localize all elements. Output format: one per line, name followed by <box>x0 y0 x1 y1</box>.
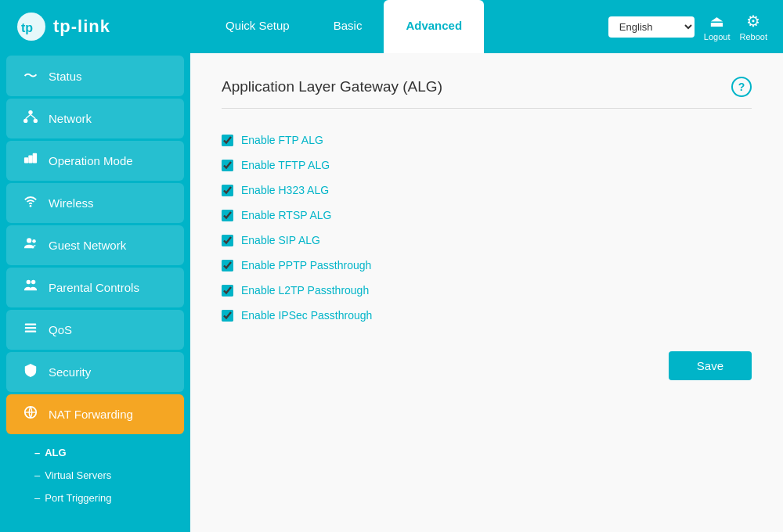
svg-point-2 <box>28 110 32 114</box>
tab-quick-setup[interactable]: Quick Setup <box>204 0 312 53</box>
svg-point-10 <box>30 205 32 207</box>
language-select[interactable]: English <box>608 16 695 38</box>
sidebar-item-status[interactable]: 〜 Status <box>6 56 184 96</box>
alg-option-l2tp: Enable L2TP Passthrough <box>222 278 752 303</box>
submenu-dash-vs: – <box>34 469 40 481</box>
reboot-label: Reboot <box>740 32 767 41</box>
alg-option-pptp: Enable PPTP Passthrough <box>222 253 752 278</box>
sidebar-label-nat-forwarding: NAT Forwarding <box>49 408 133 421</box>
nav-tabs: Quick Setup Basic Advanced <box>204 0 608 53</box>
svg-rect-7 <box>24 157 28 163</box>
checkbox-ipsec[interactable] <box>222 310 233 322</box>
alg-options-list: Enable FTP ALG Enable TFTP ALG Enable H3… <box>222 128 752 328</box>
svg-line-6 <box>31 114 35 118</box>
page-title: Application Layer Gateway (ALG) <box>222 78 442 95</box>
checkbox-tftp[interactable] <box>222 160 233 171</box>
nat-submenu: – ALG – Virtual Servers – Port Triggerin… <box>0 437 190 514</box>
parental-controls-icon <box>22 279 39 297</box>
svg-point-3 <box>23 119 27 123</box>
sidebar: 〜 Status Network Operation Mode Wireless <box>0 53 190 532</box>
label-ftp[interactable]: Enable FTP ALG <box>241 134 323 146</box>
submenu-virtual-servers[interactable]: – Virtual Servers <box>23 464 190 487</box>
sidebar-item-operation-mode[interactable]: Operation Mode <box>6 141 184 181</box>
label-sip[interactable]: Enable SIP ALG <box>241 234 320 246</box>
svg-point-4 <box>34 119 38 123</box>
svg-rect-9 <box>33 153 37 164</box>
logo-area: tp tp-link <box>16 11 204 42</box>
alg-option-h323: Enable H323 ALG <box>222 178 752 203</box>
sidebar-item-parental-controls[interactable]: Parental Controls <box>6 268 184 307</box>
logo-text: tp-link <box>53 16 110 37</box>
sidebar-label-wireless: Wireless <box>49 196 94 210</box>
sidebar-item-wireless[interactable]: Wireless <box>6 183 184 223</box>
sidebar-label-operation-mode: Operation Mode <box>49 154 133 167</box>
label-ipsec[interactable]: Enable IPSec Passthrough <box>241 309 372 322</box>
main-content: Application Layer Gateway (ALG) ? Enable… <box>190 53 783 532</box>
alg-option-ipsec: Enable IPSec Passthrough <box>222 303 752 328</box>
checkbox-pptp[interactable] <box>222 260 233 271</box>
security-icon <box>22 363 39 381</box>
submenu-port-triggering[interactable]: – Port Triggering <box>23 487 190 509</box>
sidebar-label-parental-controls: Parental Controls <box>49 281 139 294</box>
label-tftp[interactable]: Enable TFTP ALG <box>241 159 330 171</box>
tab-basic[interactable]: Basic <box>312 0 384 53</box>
reboot-button[interactable]: ⚙ Reboot <box>740 12 767 41</box>
alg-option-tftp: Enable TFTP ALG <box>222 153 752 178</box>
header-right: English ⏏ Logout ⚙ Reboot <box>608 12 767 41</box>
logout-button[interactable]: ⏏ Logout <box>704 12 731 41</box>
qos-icon <box>22 321 39 339</box>
guest-network-icon <box>22 236 39 254</box>
submenu-alg[interactable]: – ALG <box>23 441 190 464</box>
operation-mode-icon <box>22 152 39 170</box>
label-h323[interactable]: Enable H323 ALG <box>241 184 329 196</box>
svg-rect-15 <box>25 324 36 325</box>
label-l2tp[interactable]: Enable L2TP Passthrough <box>241 284 369 297</box>
submenu-dash-pt: – <box>34 492 40 504</box>
svg-text:tp: tp <box>21 21 33 34</box>
checkbox-rtsp[interactable] <box>222 210 233 221</box>
save-row: Save <box>222 351 752 380</box>
save-button[interactable]: Save <box>669 351 752 380</box>
svg-point-11 <box>27 238 31 243</box>
sidebar-item-qos[interactable]: QoS <box>6 310 184 350</box>
svg-line-5 <box>26 114 31 118</box>
network-icon <box>22 110 39 128</box>
sidebar-label-qos: QoS <box>49 323 72 336</box>
svg-rect-16 <box>25 327 36 329</box>
submenu-label-alg: ALG <box>45 447 66 458</box>
logout-icon: ⏏ <box>709 12 724 31</box>
svg-rect-17 <box>25 331 36 332</box>
sidebar-item-security[interactable]: Security <box>6 352 184 392</box>
svg-rect-8 <box>28 156 32 164</box>
tab-advanced[interactable]: Advanced <box>384 0 484 53</box>
header: tp tp-link Quick Setup Basic Advanced En… <box>0 0 783 53</box>
help-icon[interactable]: ? <box>731 77 752 97</box>
sidebar-item-nat-forwarding[interactable]: NAT Forwarding <box>6 394 184 434</box>
submenu-dash-alg: – <box>34 447 40 458</box>
main-layout: 〜 Status Network Operation Mode Wireless <box>0 53 783 532</box>
label-rtsp[interactable]: Enable RTSP ALG <box>241 209 331 221</box>
label-pptp[interactable]: Enable PPTP Passthrough <box>241 259 371 271</box>
checkbox-l2tp[interactable] <box>222 285 233 297</box>
checkbox-ftp[interactable] <box>222 135 233 146</box>
status-icon: 〜 <box>22 66 39 85</box>
alg-option-sip: Enable SIP ALG <box>222 228 752 253</box>
sidebar-label-guest-network: Guest Network <box>49 239 126 252</box>
page-title-row: Application Layer Gateway (ALG) ? <box>222 77 752 109</box>
checkbox-sip[interactable] <box>222 235 233 246</box>
sidebar-label-security: Security <box>49 365 91 379</box>
svg-point-13 <box>27 280 31 284</box>
logout-label: Logout <box>704 32 731 41</box>
submenu-label-port-triggering: Port Triggering <box>45 492 111 504</box>
checkbox-h323[interactable] <box>222 185 233 196</box>
svg-point-12 <box>32 239 36 243</box>
alg-option-rtsp: Enable RTSP ALG <box>222 203 752 228</box>
svg-point-14 <box>31 280 35 284</box>
sidebar-item-guest-network[interactable]: Guest Network <box>6 225 184 265</box>
tp-link-logo-icon: tp <box>16 11 47 42</box>
sidebar-label-status: Status <box>49 70 82 83</box>
sidebar-label-network: Network <box>49 112 92 125</box>
nat-forwarding-icon <box>22 405 39 423</box>
submenu-label-virtual-servers: Virtual Servers <box>45 469 111 481</box>
sidebar-item-network[interactable]: Network <box>6 99 184 138</box>
